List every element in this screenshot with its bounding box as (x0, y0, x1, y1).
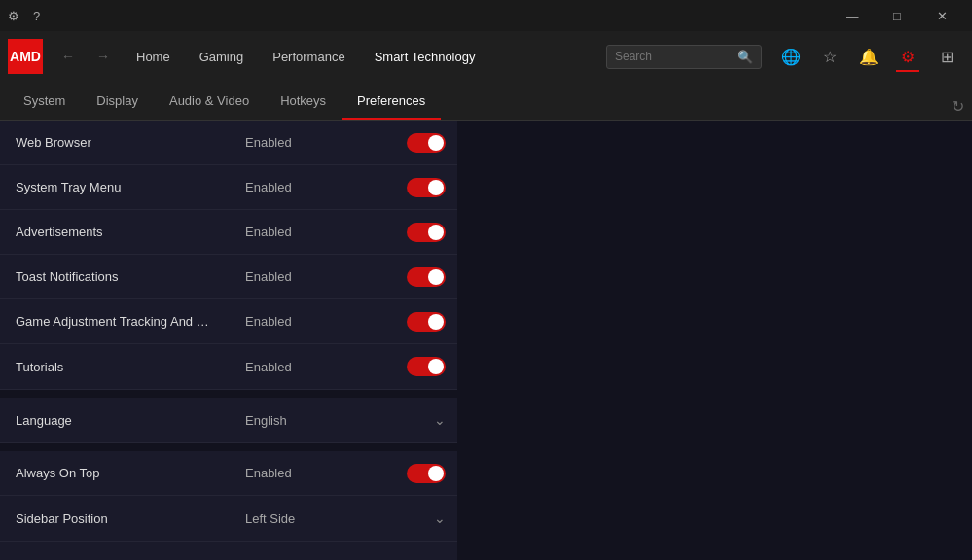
language-row: Language English ⌄ (0, 398, 457, 442)
title-bar-controls: — □ ✕ (830, 0, 964, 31)
sidebar-position-selected: Left Side (245, 511, 295, 526)
system-tray-label: System Tray Menu (0, 180, 234, 194)
nav-bar: AMD ← → Home Gaming Performance Smart Te… (0, 31, 972, 82)
language-dropdown-arrow: ⌄ (434, 412, 446, 428)
bookmark-button[interactable]: ☆ (812, 39, 847, 74)
main-content: Web Browser Enabled System Tray Menu Ena… (0, 121, 972, 560)
advertisements-toggle-thumb (428, 225, 444, 240)
tab-hotkeys[interactable]: Hotkeys (265, 82, 342, 120)
language-label: Language (0, 413, 234, 428)
toast-notifications-toggle[interactable] (407, 267, 446, 287)
forward-button[interactable]: → (88, 41, 119, 72)
game-adjustment-toggle-thumb (428, 314, 444, 330)
advertisements-status: Enabled (245, 225, 292, 239)
gear-button[interactable]: ⚙ (890, 39, 925, 74)
tutorials-toggle[interactable] (407, 357, 446, 376)
refresh-button[interactable]: ↻ (952, 97, 964, 120)
close-button[interactable]: ✕ (919, 0, 964, 31)
web-browser-toggle-thumb (428, 135, 444, 151)
language-selected: English (245, 413, 287, 428)
settings-divider-1 (0, 390, 457, 398)
tabs-bar: System Display Audio & Video Hotkeys Pre… (0, 82, 972, 121)
toast-notifications-label: Toast Notifications (0, 269, 234, 284)
web-browser-row: Web Browser Enabled (0, 121, 457, 165)
search-bar[interactable]: 🔍 (606, 45, 762, 69)
settings-divider-2 (0, 443, 457, 451)
nav-links: Home Gaming Performance Smart Technology (123, 44, 602, 70)
tutorials-value: Enabled (234, 357, 457, 376)
sidebar-position-value[interactable]: Left Side ⌄ (234, 510, 457, 526)
advertisements-label: Advertisements (0, 225, 234, 239)
toggle-settings-group: Web Browser Enabled System Tray Menu Ena… (0, 121, 457, 390)
web-browser-status: Enabled (245, 135, 292, 150)
settings-panel: Web Browser Enabled System Tray Menu Ena… (0, 121, 457, 560)
tab-audio-video[interactable]: Audio & Video (154, 82, 265, 120)
sidebar-position-row: Sidebar Position Left Side ⌄ (0, 496, 457, 541)
title-bar-icons: ⚙ ? (8, 9, 40, 23)
advertisements-value: Enabled (234, 223, 457, 242)
tab-display[interactable]: Display (81, 82, 154, 120)
sidebar-position-label: Sidebar Position (0, 511, 234, 526)
web-browser-toggle-track (407, 133, 446, 153)
nav-smart-technology[interactable]: Smart Technology (361, 44, 489, 70)
always-on-top-label: Always On Top (0, 466, 234, 480)
advertisements-toggle[interactable] (407, 223, 446, 242)
game-adjustment-status: Enabled (245, 314, 292, 329)
search-icon: 🔍 (738, 50, 753, 64)
language-dropdown[interactable]: English ⌄ (245, 412, 446, 428)
tab-system[interactable]: System (8, 82, 81, 120)
web-browser-toggle[interactable] (407, 133, 446, 153)
web-browser-label: Web Browser (0, 135, 234, 150)
always-on-top-toggle-thumb (428, 466, 444, 481)
always-on-top-group: Always On Top Enabled Sidebar Position L… (0, 451, 457, 542)
minimize-button[interactable]: — (830, 0, 875, 31)
system-tray-toggle[interactable] (407, 178, 446, 197)
notifications-button[interactable]: 🔔 (851, 39, 886, 74)
maximize-button[interactable]: □ (875, 0, 919, 31)
game-adjustment-label: Game Adjustment Tracking And Notifica... (0, 314, 234, 329)
toast-notifications-toggle-thumb (428, 269, 444, 285)
toast-notifications-row: Toast Notifications Enabled (0, 255, 457, 299)
system-tray-toggle-thumb (428, 180, 444, 195)
toast-notifications-toggle-track (407, 267, 446, 287)
always-on-top-value: Enabled (234, 464, 457, 483)
toast-notifications-value: Enabled (234, 267, 457, 287)
system-tray-status: Enabled (245, 180, 292, 194)
tutorials-toggle-track (407, 357, 446, 376)
settings-icon[interactable]: ⚙ (8, 9, 19, 23)
system-tray-toggle-track (407, 178, 446, 197)
title-bar-left: ⚙ ? (8, 9, 40, 23)
nav-performance[interactable]: Performance (259, 44, 358, 70)
right-panel (457, 121, 972, 560)
tutorials-row: Tutorials Enabled (0, 344, 457, 389)
grid-button[interactable]: ⊞ (929, 39, 964, 74)
always-on-top-toggle[interactable] (407, 464, 446, 483)
advertisements-toggle-track (407, 223, 446, 242)
language-value[interactable]: English ⌄ (234, 412, 457, 428)
always-on-top-row: Always On Top Enabled (0, 451, 457, 496)
advertisements-row: Advertisements Enabled (0, 210, 457, 255)
web-browser-value: Enabled (234, 133, 457, 153)
system-tray-value: Enabled (234, 178, 457, 197)
system-tray-row: System Tray Menu Enabled (0, 165, 457, 210)
help-icon[interactable]: ? (33, 9, 40, 23)
game-adjustment-toggle[interactable] (407, 312, 446, 332)
tutorials-label: Tutorials (0, 360, 234, 374)
nav-home[interactable]: Home (123, 44, 184, 70)
tab-preferences[interactable]: Preferences (342, 82, 441, 120)
search-input[interactable] (615, 50, 732, 63)
title-bar: ⚙ ? — □ ✕ (0, 0, 972, 31)
tutorials-toggle-thumb (428, 359, 444, 374)
nav-actions: 🌐 ☆ 🔔 ⚙ ⊞ (774, 39, 964, 74)
back-button[interactable]: ← (53, 41, 84, 72)
always-on-top-status: Enabled (245, 466, 292, 480)
nav-gaming[interactable]: Gaming (186, 44, 258, 70)
game-adjustment-row: Game Adjustment Tracking And Notifica...… (0, 299, 457, 344)
tutorials-status: Enabled (245, 360, 292, 374)
globe-button[interactable]: 🌐 (774, 39, 809, 74)
amd-logo: AMD (8, 39, 43, 74)
sidebar-position-dropdown-arrow: ⌄ (434, 510, 446, 526)
sidebar-position-dropdown[interactable]: Left Side ⌄ (245, 510, 446, 526)
game-adjustment-toggle-track (407, 312, 446, 332)
toast-notifications-status: Enabled (245, 269, 292, 284)
